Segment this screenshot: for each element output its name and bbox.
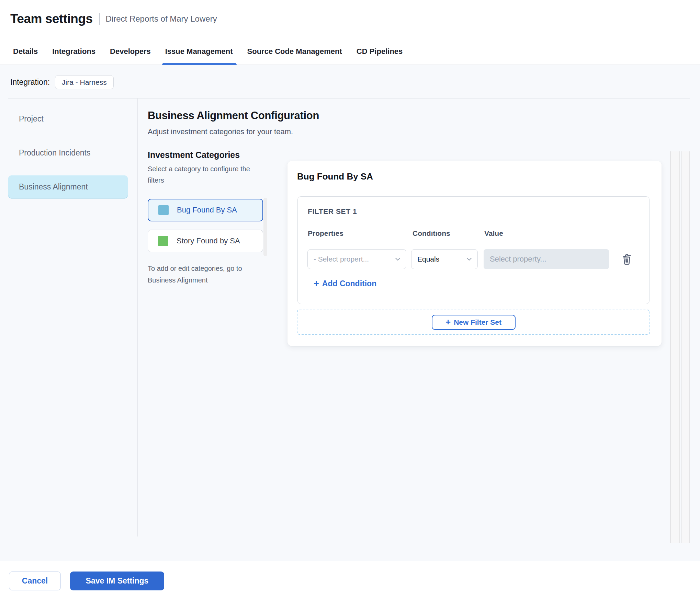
filter-panel-title: Bug Found By SA [297,171,373,182]
right-gutter-strip [670,151,680,543]
integration-label: Integration: [10,75,50,89]
value-input[interactable] [484,249,609,269]
sidebar-item-business-alignment[interactable]: Business Alignment [8,175,128,198]
tab-developers[interactable]: Developers [110,38,151,65]
add-condition-label: Add Condition [322,279,376,288]
section-subtitle: Adjust investment categories for your te… [148,127,293,136]
new-filter-set-button[interactable]: + New Filter Set [432,315,516,330]
tab-details[interactable]: Details [13,38,38,65]
delete-condition-button[interactable] [620,252,634,267]
title-separator [99,13,100,25]
trash-icon [621,252,633,266]
cancel-button[interactable]: Cancel [9,572,61,590]
properties-select-value: - Select propert... [314,255,369,263]
right-gutter-strip [681,151,690,543]
tab-bar: Details Integrations Developers Issue Ma… [0,38,700,65]
add-condition-button[interactable]: + Add Condition [314,279,376,288]
category-story-found-by-sa[interactable]: Story Found by SA [148,230,263,252]
filter-set-box: FILTER SET 1 Properties Conditions Value… [297,196,650,304]
column-label-properties: Properties [308,229,343,238]
category-color-swatch [158,205,169,215]
filter-set-title: FILTER SET 1 [308,207,357,216]
chevron-down-icon [395,257,400,261]
tab-integrations[interactable]: Integrations [52,38,95,65]
category-color-swatch [158,236,168,246]
page-subtitle: Direct Reports of Mary Lowery [106,14,217,24]
plus-icon: + [314,279,319,288]
categories-divider [277,151,277,537]
content-area: Integration: Jira - Harness Project Prod… [0,65,700,561]
tab-cd-pipelines[interactable]: CD Pipelines [357,38,403,65]
categories-footnote: To add or edit categories, go to Busines… [148,263,264,286]
integration-chip[interactable]: Jira - Harness [55,75,114,89]
column-label-conditions: Conditions [413,229,450,238]
sidebar-item-production-incidents[interactable]: Production Incidents [8,141,128,164]
conditions-select[interactable]: Equals [411,249,478,269]
column-label-value: Value [484,229,503,238]
conditions-select-value: Equals [417,255,439,263]
filter-panel-card: Bug Found By SA FILTER SET 1 Properties … [287,161,662,346]
horizontal-divider [8,98,690,99]
properties-select[interactable]: - Select propert... [307,249,406,269]
sidebar-divider [137,98,138,536]
category-bug-found-by-sa[interactable]: Bug Found By SA [148,199,263,221]
new-filter-set-dropzone: + New Filter Set [297,310,650,335]
save-im-settings-button[interactable]: Save IM Settings [70,572,164,590]
footer-bar: Cancel Save IM Settings [0,561,700,599]
chevron-down-icon [466,257,472,261]
tab-issue-management[interactable]: Issue Management [165,38,233,65]
plus-icon: + [445,318,451,326]
category-label: Bug Found By SA [177,206,237,215]
categories-scrollbar[interactable] [263,198,267,256]
new-filter-set-label: New Filter Set [454,318,501,326]
page-header: Team settings Direct Reports of Mary Low… [0,0,700,38]
sidebar-item-project[interactable]: Project [8,107,128,130]
investment-categories-heading: Investment Categories [148,150,240,160]
category-label: Story Found by SA [177,236,240,245]
page-title: Team settings [10,12,93,26]
investment-categories-hint: Select a category to configure the filte… [148,163,253,186]
section-title: Business Alignment Configuration [148,109,319,122]
tab-source-code-management[interactable]: Source Code Management [247,38,342,65]
